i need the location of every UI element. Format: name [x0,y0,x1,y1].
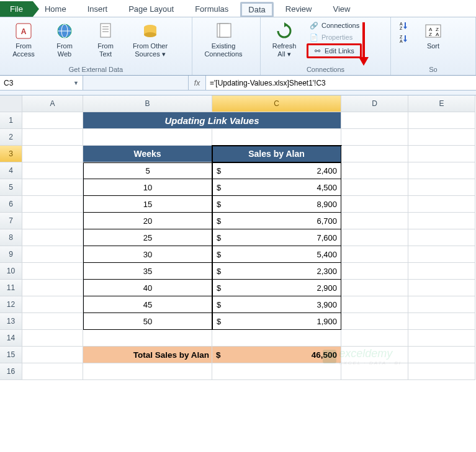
tab-pagelayout[interactable]: Page Layout [119,1,183,17]
tab-formulas[interactable]: Formulas [186,1,238,17]
table-row[interactable]: 40 [83,280,212,296]
table-row[interactable]: 50 [83,313,212,330]
tab-data[interactable]: Data [240,2,273,17]
table-row[interactable]: $3,900 [212,296,341,313]
svg-marker-22 [403,40,407,42]
sort-desc-icon: ZA [398,33,408,43]
table-row[interactable]: $2,900 [212,280,341,296]
table-row[interactable]: $7,600 [212,229,341,246]
from-text-button[interactable]: FromText [87,20,124,59]
total-value[interactable]: $46,500 [212,347,341,363]
ribbon-tabs: File Home Insert Page Layout Formulas Da… [0,0,476,17]
table-row[interactable]: 10 [83,179,212,196]
svg-rect-7 [101,24,110,37]
table-row[interactable]: 15 [83,196,212,213]
properties-button: 📄 Properties [307,32,362,43]
table-row[interactable]: $4,500 [212,179,341,196]
svg-text:A: A [400,39,403,43]
group-sort: So [391,64,475,75]
table-row[interactable]: $2,400 [212,162,341,179]
table-row[interactable]: $6,700 [212,213,341,229]
sort-icon: AZZA [423,21,443,41]
svg-point-13 [144,32,156,37]
row-1[interactable]: 1 [0,112,22,129]
col-D[interactable]: D [341,95,408,112]
spreadsheet-grid[interactable]: A B C D E 1 Updating Link Values 2 3 Wee… [0,95,476,380]
connections-icon: 🔗 [309,20,319,30]
group-connections: Connections [261,64,390,75]
tab-home[interactable]: Home [35,1,76,17]
table-row[interactable]: $1,900 [212,313,341,330]
table-row[interactable]: $2,300 [212,263,341,280]
formula-input[interactable]: ='[Updating-Values.xlsx]Sheet1'!C3 [206,76,476,90]
tab-view[interactable]: View [323,1,359,17]
table-row[interactable]: 25 [83,229,212,246]
col-C[interactable]: C [212,95,341,112]
access-icon: A [14,21,34,41]
select-all-corner[interactable] [0,95,22,112]
table-row[interactable]: 20 [83,213,212,229]
fx-icon[interactable]: fx [189,76,206,90]
tab-review[interactable]: Review [276,1,321,17]
table-row[interactable]: 45 [83,296,212,313]
existing-connections-button[interactable]: ExistingConnections [197,20,249,59]
connections-button[interactable]: 🔗 Connections [307,20,362,31]
other-sources-icon [140,21,160,41]
sort-asc-icon: AZ [398,20,408,30]
sort-button[interactable]: AZZA Sort [415,20,452,51]
svg-text:Z: Z [400,35,403,39]
ribbon: A FromAccess FromWeb FromText From Other… [0,17,476,76]
col-E[interactable]: E [408,95,475,112]
existing-conn-icon [213,21,233,41]
title-cell[interactable]: Updating Link Values [83,112,341,129]
header-weeks[interactable]: Weeks [83,146,212,162]
row-3[interactable]: 3 [0,146,22,162]
web-icon [55,21,74,41]
table-row[interactable]: 35 [83,263,212,280]
svg-text:A: A [21,27,27,36]
col-B[interactable]: B [83,95,212,112]
total-label[interactable]: Total Sales by Alan [83,347,212,363]
table-row[interactable]: 30 [83,246,212,263]
svg-marker-19 [403,27,407,29]
from-access-button[interactable]: A FromAccess [5,20,42,59]
table-row[interactable]: 5 [83,162,212,179]
formula-bar: C3 ▼ fx ='[Updating-Values.xlsx]Sheet1'!… [0,76,476,91]
svg-text:A: A [400,22,403,26]
tab-insert[interactable]: Insert [78,1,117,17]
svg-text:A: A [436,32,439,37]
refresh-all-button[interactable]: RefreshAll ▾ [266,20,303,59]
sort-asc-button[interactable]: AZ [396,20,411,31]
text-icon [96,21,115,41]
from-other-button[interactable]: From OtherSources ▾ [128,20,173,59]
row-2[interactable]: 2 [0,129,22,146]
table-row[interactable]: $5,400 [212,246,341,263]
edit-links-icon: ⚯ [312,46,322,56]
tab-file[interactable]: File [0,1,33,17]
dropdown-icon[interactable]: ▼ [73,80,79,86]
from-web-button[interactable]: FromWeb [46,20,83,59]
name-box[interactable]: C3 ▼ [0,76,83,90]
svg-text:Z: Z [429,32,432,37]
edit-links-button[interactable]: ⚯ Edit Links [310,45,359,56]
properties-icon: 📄 [309,32,319,42]
col-A[interactable]: A [22,95,83,112]
sort-desc-button[interactable]: ZA [396,33,411,44]
group-external-data: Get External Data [0,64,192,75]
table-row[interactable]: $8,900 [212,196,341,213]
svg-text:Z: Z [400,26,403,30]
svg-rect-15 [220,24,231,37]
refresh-icon [274,21,294,41]
header-sales[interactable]: Sales by Alan [212,146,341,162]
